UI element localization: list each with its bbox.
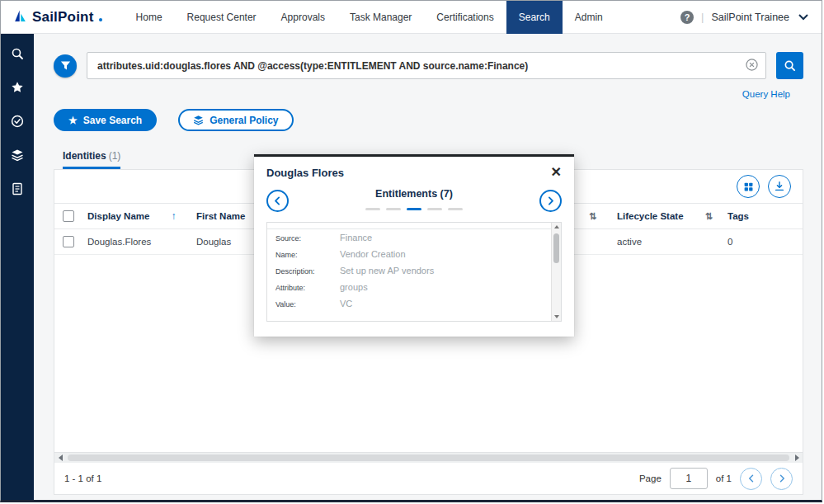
columns-button[interactable] [737,175,760,198]
page-label: Page [639,473,662,483]
col-lifecycle-state[interactable]: Lifecycle State [617,211,684,221]
chevron-left-icon [746,473,756,483]
select-all-checkbox[interactable] [63,210,74,222]
sort-icon[interactable]: ⇅ [705,211,713,222]
nav-item-search[interactable]: Search [506,1,563,34]
col-display-name[interactable]: Display Name [87,211,149,221]
main-nav: Home Request Center Approvals Task Manag… [124,1,615,34]
help-icon[interactable]: ? [680,11,694,24]
nav-item-task-manager[interactable]: Task Manager [337,1,424,34]
field-name: Name: Vendor Creation [275,249,539,259]
field-label: Value: [275,299,340,309]
logo-dot [99,18,102,21]
sort-asc-icon[interactable]: ↑ [171,210,176,222]
layers-icon[interactable] [11,148,25,162]
detail-carousel: Entitlements (7) [266,188,562,212]
field-source: Source: Finance [275,233,539,243]
action-row: ★ Save Search General Policy [54,109,803,131]
cell-display-name: Douglas.Flores [82,229,191,255]
magnifier-icon [784,59,796,72]
sailpoint-logo[interactable]: SailPoint [12,9,102,26]
field-label: Description: [275,266,340,276]
col-first-name[interactable]: First Name [196,211,245,221]
close-icon[interactable]: ✕ [551,166,562,179]
tab-identities-count: (1) [109,150,121,162]
carousel-prev-button[interactable] [266,190,289,212]
search-submit-button[interactable] [776,52,803,79]
modal-title: Douglas Flores [266,167,344,179]
carousel-next-button[interactable] [539,190,562,212]
horizontal-scroll-thumb[interactable] [68,455,789,461]
field-attribute: Attribute: groups [275,282,539,292]
col-tags[interactable]: Tags [727,211,749,221]
carousel-dot[interactable] [448,208,463,210]
query-help-wrap: Query Help [54,86,803,101]
cell-lifecycle-state: active [612,229,723,255]
section-title: Entitlements (7) [375,188,453,200]
logo-text: SailPoint [32,9,94,26]
sail-icon [12,9,28,25]
row-checkbox[interactable] [63,236,74,247]
carousel-dot[interactable] [365,208,380,210]
star-icon[interactable] [11,80,25,94]
tab-identities[interactable]: Identities(1) [63,150,120,169]
left-sidebar [1,34,34,500]
search-input-wrap [87,52,766,79]
pager: Page of 1 [639,468,793,490]
user-menu-label[interactable]: SailPoint Trainee [711,12,789,23]
save-search-button[interactable]: ★ Save Search [54,109,157,131]
report-icon[interactable] [11,181,25,195]
modal-header: Douglas Flores ✕ [266,166,562,179]
carousel-dot-active[interactable] [407,208,421,210]
filter-button[interactable] [54,54,77,78]
cell-tags: 0 [723,229,803,255]
nav-item-certifications[interactable]: Certifications [424,1,506,34]
horizontal-scrollbar[interactable] [54,452,803,463]
entitlement-detail-panel: Source: Finance Name: Vendor Creation De… [266,222,562,322]
carousel-dot[interactable] [386,208,401,210]
scroll-right-icon[interactable] [791,453,803,463]
chevron-left-icon [272,195,283,206]
sort-icon[interactable]: ⇅ [589,211,596,221]
scroll-left-icon[interactable] [54,453,66,463]
download-button[interactable] [768,175,791,198]
save-search-label: Save Search [83,115,142,126]
search-icon[interactable] [11,46,25,60]
field-value: Vendor Creation [340,249,406,259]
field-value: Finance [340,233,372,243]
field-value: Set up new AP vendors [340,266,434,276]
certifications-icon[interactable] [11,114,25,128]
page-of-label: of 1 [716,473,732,483]
scroll-up-icon[interactable] [554,225,559,228]
top-navbar: SailPoint Home Request Center Approvals … [1,1,822,34]
funnel-icon [60,60,71,71]
general-policy-button[interactable]: General Policy [178,109,293,131]
divider [267,228,551,229]
vertical-scrollbar[interactable] [551,223,561,321]
carousel-dot[interactable] [427,208,442,210]
scroll-down-icon[interactable] [554,315,559,318]
page-number-input[interactable] [670,468,708,489]
field-label: Attribute: [275,282,340,292]
query-help-link[interactable]: Query Help [742,89,790,99]
field-value: groups [340,282,368,292]
prev-page-button[interactable] [740,468,762,490]
table-footer: 1 - 1 of 1 Page of 1 [54,463,803,494]
nav-item-request-center[interactable]: Request Center [175,1,269,34]
main-content: Query Help ★ Save Search General Policy … [34,34,822,500]
carousel-center: Entitlements (7) [365,188,463,210]
clear-search-icon[interactable] [746,59,758,74]
next-page-button[interactable] [770,468,793,490]
nav-item-admin[interactable]: Admin [563,1,615,34]
field-label: Source: [275,233,340,243]
tab-identities-label: Identities [63,150,106,162]
search-input[interactable] [87,52,766,79]
nav-item-approvals[interactable]: Approvals [269,1,337,34]
field-label: Name: [275,249,340,259]
search-bar [54,52,803,79]
chevron-down-icon[interactable] [798,14,808,21]
vertical-scroll-thumb[interactable] [553,233,559,263]
nav-item-home[interactable]: Home [124,1,175,34]
result-range: 1 - 1 of 1 [64,473,101,483]
identity-detail-modal: Douglas Flores ✕ Entitlements (7) [254,154,574,337]
